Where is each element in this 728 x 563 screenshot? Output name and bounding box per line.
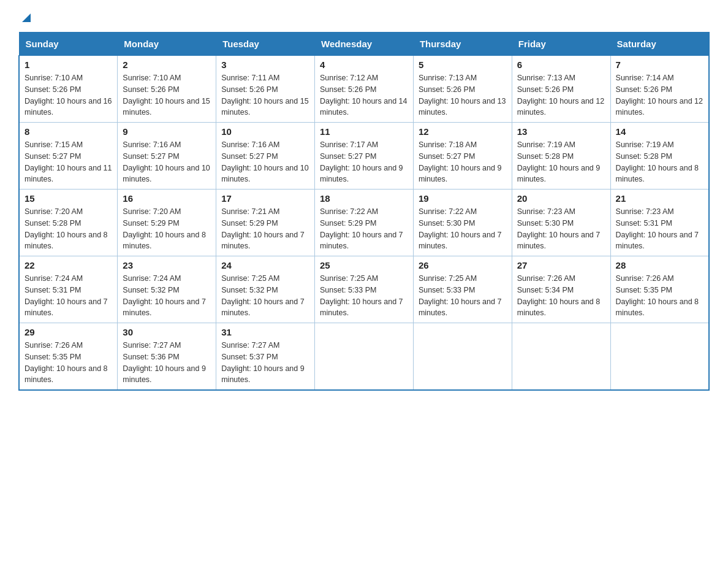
day-info: Sunrise: 7:23 AM Sunset: 5:31 PM Dayligh… <box>616 206 703 252</box>
day-info: Sunrise: 7:13 AM Sunset: 5:26 PM Dayligh… <box>517 72 605 118</box>
day-info: Sunrise: 7:14 AM Sunset: 5:26 PM Dayligh… <box>616 72 703 118</box>
sunrise-label: Sunrise: 7:18 AM <box>419 140 477 149</box>
sunset-label: Sunset: 5:29 PM <box>123 219 179 228</box>
daylight-label: Daylight: 10 hours and 11 minutes. <box>25 164 112 184</box>
calendar-cell: 5 Sunrise: 7:13 AM Sunset: 5:26 PM Dayli… <box>413 56 512 123</box>
sunrise-label: Sunrise: 7:21 AM <box>221 207 279 216</box>
sunrise-label: Sunrise: 7:19 AM <box>517 140 575 149</box>
sunset-label: Sunset: 5:33 PM <box>320 286 376 294</box>
sunrise-label: Sunrise: 7:22 AM <box>320 207 378 216</box>
day-number: 11 <box>320 126 408 137</box>
sunset-label: Sunset: 5:30 PM <box>517 219 574 228</box>
day-info: Sunrise: 7:21 AM Sunset: 5:29 PM Dayligh… <box>221 206 309 252</box>
daylight-label: Daylight: 10 hours and 16 minutes. <box>25 97 112 117</box>
day-info: Sunrise: 7:10 AM Sunset: 5:26 PM Dayligh… <box>123 72 211 118</box>
calendar-week-row: 15 Sunrise: 7:20 AM Sunset: 5:28 PM Dayl… <box>19 190 709 256</box>
column-header-friday: Friday <box>512 33 610 56</box>
calendar-cell: 11 Sunrise: 7:17 AM Sunset: 5:27 PM Dayl… <box>315 123 414 190</box>
sunset-label: Sunset: 5:27 PM <box>123 152 179 161</box>
logo-triangle-icon <box>20 11 33 25</box>
daylight-label: Daylight: 10 hours and 15 minutes. <box>221 97 308 117</box>
sunset-label: Sunset: 5:30 PM <box>419 219 475 228</box>
calendar-cell: 23 Sunrise: 7:24 AM Sunset: 5:32 PM Dayl… <box>118 256 216 323</box>
day-number: 14 <box>616 126 703 137</box>
day-number: 28 <box>616 260 703 270</box>
calendar-cell: 15 Sunrise: 7:20 AM Sunset: 5:28 PM Dayl… <box>19 190 118 256</box>
daylight-label: Daylight: 10 hours and 8 minutes. <box>123 231 206 251</box>
daylight-label: Daylight: 10 hours and 15 minutes. <box>123 97 210 117</box>
calendar-cell: 22 Sunrise: 7:24 AM Sunset: 5:31 PM Dayl… <box>19 256 118 323</box>
column-header-wednesday: Wednesday <box>315 33 414 56</box>
sunrise-label: Sunrise: 7:10 AM <box>25 74 83 82</box>
sunrise-label: Sunrise: 7:25 AM <box>320 274 378 283</box>
day-info: Sunrise: 7:26 AM Sunset: 5:35 PM Dayligh… <box>616 273 703 319</box>
day-number: 9 <box>123 126 211 137</box>
day-number: 1 <box>25 59 112 70</box>
day-info: Sunrise: 7:22 AM Sunset: 5:29 PM Dayligh… <box>320 206 408 252</box>
sunset-label: Sunset: 5:29 PM <box>221 219 278 228</box>
day-number: 3 <box>221 59 309 70</box>
day-info: Sunrise: 7:12 AM Sunset: 5:26 PM Dayligh… <box>320 72 408 118</box>
sunset-label: Sunset: 5:26 PM <box>25 85 81 94</box>
sunset-label: Sunset: 5:26 PM <box>616 85 672 94</box>
day-info: Sunrise: 7:20 AM Sunset: 5:29 PM Dayligh… <box>123 206 211 252</box>
daylight-label: Daylight: 10 hours and 7 minutes. <box>25 297 108 318</box>
calendar-cell: 31 Sunrise: 7:27 AM Sunset: 5:37 PM Dayl… <box>216 323 315 391</box>
day-number: 15 <box>25 193 112 204</box>
daylight-label: Daylight: 10 hours and 7 minutes. <box>123 297 206 318</box>
sunrise-label: Sunrise: 7:27 AM <box>221 341 279 350</box>
calendar-header-row: SundayMondayTuesdayWednesdayThursdayFrid… <box>19 33 709 56</box>
day-number: 8 <box>25 126 112 137</box>
sunrise-label: Sunrise: 7:13 AM <box>419 74 477 82</box>
calendar-cell: 20 Sunrise: 7:23 AM Sunset: 5:30 PM Dayl… <box>512 190 610 256</box>
daylight-label: Daylight: 10 hours and 7 minutes. <box>517 231 601 251</box>
sunset-label: Sunset: 5:33 PM <box>419 286 475 294</box>
sunrise-label: Sunrise: 7:20 AM <box>123 207 181 216</box>
day-number: 26 <box>419 260 507 270</box>
sunrise-label: Sunrise: 7:10 AM <box>123 74 181 82</box>
calendar-week-row: 1 Sunrise: 7:10 AM Sunset: 5:26 PM Dayli… <box>19 56 709 123</box>
day-info: Sunrise: 7:20 AM Sunset: 5:28 PM Dayligh… <box>25 206 112 252</box>
day-number: 18 <box>320 193 408 204</box>
calendar-table: SundayMondayTuesdayWednesdayThursdayFrid… <box>18 32 710 391</box>
day-number: 30 <box>123 327 211 337</box>
daylight-label: Daylight: 10 hours and 10 minutes. <box>221 164 308 184</box>
daylight-label: Daylight: 10 hours and 7 minutes. <box>221 297 305 318</box>
day-info: Sunrise: 7:25 AM Sunset: 5:32 PM Dayligh… <box>221 273 309 319</box>
calendar-cell: 2 Sunrise: 7:10 AM Sunset: 5:26 PM Dayli… <box>118 56 216 123</box>
daylight-label: Daylight: 10 hours and 10 minutes. <box>123 164 210 184</box>
daylight-label: Daylight: 10 hours and 8 minutes. <box>25 231 108 251</box>
calendar-week-row: 8 Sunrise: 7:15 AM Sunset: 5:27 PM Dayli… <box>19 123 709 190</box>
daylight-label: Daylight: 10 hours and 7 minutes. <box>221 231 305 251</box>
sunset-label: Sunset: 5:35 PM <box>616 286 672 294</box>
day-info: Sunrise: 7:25 AM Sunset: 5:33 PM Dayligh… <box>320 273 408 319</box>
column-header-tuesday: Tuesday <box>216 33 315 56</box>
sunset-label: Sunset: 5:27 PM <box>419 152 475 161</box>
daylight-label: Daylight: 10 hours and 9 minutes. <box>221 364 305 385</box>
sunset-label: Sunset: 5:28 PM <box>517 152 574 161</box>
sunset-label: Sunset: 5:35 PM <box>25 353 81 361</box>
calendar-cell: 13 Sunrise: 7:19 AM Sunset: 5:28 PM Dayl… <box>512 123 610 190</box>
sunset-label: Sunset: 5:26 PM <box>517 85 574 94</box>
calendar-cell: 12 Sunrise: 7:18 AM Sunset: 5:27 PM Dayl… <box>413 123 512 190</box>
daylight-label: Daylight: 10 hours and 7 minutes. <box>320 231 403 251</box>
column-header-thursday: Thursday <box>413 33 512 56</box>
day-info: Sunrise: 7:24 AM Sunset: 5:32 PM Dayligh… <box>123 273 211 319</box>
day-number: 22 <box>25 260 112 270</box>
day-info: Sunrise: 7:27 AM Sunset: 5:37 PM Dayligh… <box>221 340 309 386</box>
calendar-cell: 25 Sunrise: 7:25 AM Sunset: 5:33 PM Dayl… <box>315 256 414 323</box>
day-info: Sunrise: 7:13 AM Sunset: 5:26 PM Dayligh… <box>419 72 507 118</box>
calendar-cell: 17 Sunrise: 7:21 AM Sunset: 5:29 PM Dayl… <box>216 190 315 256</box>
day-number: 19 <box>419 193 507 204</box>
calendar-week-row: 22 Sunrise: 7:24 AM Sunset: 5:31 PM Dayl… <box>19 256 709 323</box>
calendar-cell: 30 Sunrise: 7:27 AM Sunset: 5:36 PM Dayl… <box>118 323 216 391</box>
daylight-label: Daylight: 10 hours and 8 minutes. <box>517 297 601 318</box>
day-info: Sunrise: 7:19 AM Sunset: 5:28 PM Dayligh… <box>517 139 605 185</box>
logo <box>18 12 33 21</box>
sunrise-label: Sunrise: 7:16 AM <box>221 140 279 149</box>
day-info: Sunrise: 7:15 AM Sunset: 5:27 PM Dayligh… <box>25 139 112 185</box>
calendar-cell <box>315 323 414 391</box>
day-info: Sunrise: 7:17 AM Sunset: 5:27 PM Dayligh… <box>320 139 408 185</box>
day-number: 13 <box>517 126 605 137</box>
day-number: 23 <box>123 260 211 270</box>
